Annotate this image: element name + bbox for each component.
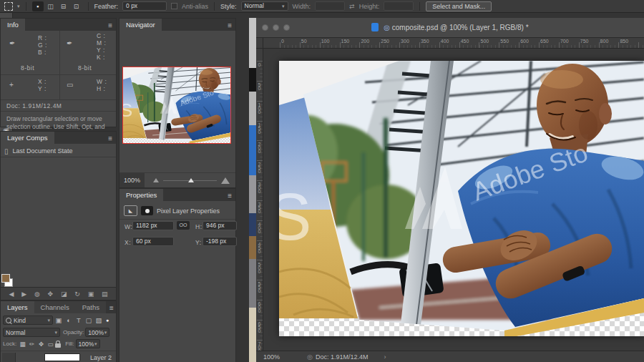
options-bar: ▾ ▪◫⊟⊡ Feather: 0 px Anti-alias Style: N… [0, 0, 644, 13]
subtract-from-selection[interactable]: ⊟ [58, 1, 69, 11]
lock-transparency-icon[interactable]: ▦ [18, 341, 27, 348]
list-item[interactable]: ▯ Last Document State [1, 145, 116, 157]
link-dimensions-icon[interactable]: OO [177, 221, 190, 230]
lock-artboard-icon[interactable]: ▭ [46, 341, 55, 348]
navigator-zoom-value[interactable]: 100% [119, 173, 145, 187]
lock-pixels-icon[interactable]: ✏ [27, 341, 36, 348]
x-input[interactable]: 60 px [132, 237, 174, 246]
filter-smart-objects-icon[interactable]: ▧ [94, 316, 104, 324]
tab-channels[interactable]: Channels [34, 301, 76, 313]
panel-menu-icon[interactable]: ≡ [106, 303, 117, 313]
feather-input[interactable]: 0 px [122, 1, 167, 11]
apply-visibility[interactable]: ◍ [34, 290, 40, 298]
filter-pixel-layers-icon[interactable]: ▣ [54, 316, 64, 324]
ruler-label: 550 [500, 39, 509, 44]
doc-info-icon: ◎ [307, 353, 313, 361]
info-y-label: Y : [97, 47, 105, 54]
filter-shape-layers-icon[interactable]: ▢ [84, 316, 94, 324]
fill-select[interactable]: 100%▾ [76, 339, 100, 348]
lock-all-icon[interactable] [55, 343, 61, 348]
panel-menu-icon[interactable]: ≡ [224, 20, 235, 31]
foreground-color-swatch[interactable] [1, 274, 10, 283]
update-comp[interactable]: ↻ [74, 290, 80, 298]
zoom-slider[interactable] [163, 180, 217, 181]
tab-info[interactable]: Info [1, 19, 25, 31]
ruler-label: 300 [401, 39, 409, 44]
ruler-label: 0 [257, 62, 262, 66]
ruler-label: 600 [257, 301, 262, 312]
layer-visibility-toggle[interactable] [2, 353, 16, 362]
style-select[interactable]: Normal▾ [241, 1, 288, 11]
panel-menu-icon[interactable]: ≡ [104, 20, 116, 31]
table-row[interactable]: Layer 2 [1, 351, 116, 362]
ruler-label: 400 [441, 39, 449, 44]
ruler-label: 200 [257, 142, 262, 152]
filter-light-toggle[interactable]: ● [106, 318, 109, 323]
layer-name[interactable]: Layer 2 [90, 354, 112, 361]
canvas-viewport[interactable] [263, 49, 644, 351]
lock-position-icon[interactable]: ✥ [36, 341, 46, 348]
status-zoom-value[interactable]: 100% [263, 353, 280, 361]
status-chevron-icon[interactable]: › [384, 353, 386, 361]
height-label: Height: [359, 3, 380, 10]
width-input[interactable] [315, 1, 345, 11]
tab-layers[interactable]: Layers [1, 301, 34, 313]
info-c-label: C : [97, 32, 105, 39]
zoom-slider-thumb[interactable] [188, 178, 194, 182]
ruler-label: 250 [257, 162, 262, 172]
zoom-out-icon[interactable] [153, 178, 159, 182]
document-statusbar: 100% ◎ Doc: 1.91M/12.4M › [256, 351, 644, 362]
document-canvas[interactable] [279, 61, 644, 336]
chevron-down-icon[interactable]: ▾ [17, 4, 20, 9]
tab-layer-comps[interactable]: Layer Comps [1, 132, 54, 144]
previous-comp[interactable]: ◀ [9, 290, 14, 298]
properties-panel: Properties ≡ ◣ Pixel Layer Properties W:… [119, 188, 236, 362]
ruler-label: 450 [461, 39, 469, 44]
color-swatches[interactable] [0, 273, 13, 290]
ruler-label: 500 [481, 39, 489, 44]
new-selection[interactable]: ▪ [32, 1, 44, 11]
cloud-doc-icon: ◎ [384, 24, 390, 31]
navigator-proxy-view[interactable] [122, 67, 231, 144]
filter-type-layers-icon[interactable]: T [74, 316, 84, 324]
opacity-select[interactable]: 100%▾ [85, 328, 109, 337]
document-file-icon [371, 23, 379, 31]
horizontal-ruler[interactable]: 0501001502002503003504004505005506006507… [263, 38, 644, 49]
intersect-selection[interactable]: ⊡ [71, 1, 82, 11]
swap-dimensions-icon[interactable]: ⇄ [349, 3, 355, 10]
height-input[interactable] [384, 1, 414, 11]
anti-alias-checkbox[interactable] [171, 3, 177, 9]
document-titlebar[interactable]: ◎ composite.psd @ 100% (Layer 1, RGB/8) … [256, 18, 644, 38]
ruler-label: 350 [257, 202, 262, 212]
ruler-label: 50 [301, 39, 307, 44]
ruler-label: 600 [520, 39, 529, 44]
marquee-preset-icon[interactable] [4, 2, 13, 11]
zoom-in-icon[interactable] [221, 177, 230, 184]
apply-appearance[interactable]: ◪ [61, 290, 67, 298]
layer-thumbnail[interactable] [44, 353, 80, 361]
vertical-ruler[interactable]: 0501001502002503003504004505005506006507… [256, 49, 263, 351]
add-to-selection[interactable]: ◫ [45, 1, 57, 11]
document-title: ◎ composite.psd @ 100% (Layer 1, RGB/8) … [256, 23, 644, 31]
select-and-mask-button[interactable]: Select and Mask... [426, 1, 492, 11]
panel-menu-icon[interactable]: ≡ [224, 190, 235, 201]
new-comp[interactable]: ▣ [88, 290, 94, 298]
tab-navigator[interactable]: Navigator [119, 19, 162, 31]
layer-filter-select[interactable]: Kind▾ [3, 315, 53, 325]
y-input[interactable]: -198 px [203, 237, 237, 246]
tab-paths[interactable]: Paths [76, 301, 106, 313]
h-input[interactable]: 946 px [203, 221, 237, 230]
delete-comp[interactable]: ▤ [102, 290, 108, 298]
ruler-label: 450 [257, 242, 262, 253]
opacity-label: Opacity: [63, 329, 84, 336]
panel-menu-icon[interactable]: ≡ [104, 133, 116, 144]
blend-mode-select[interactable]: Normal▾ [3, 328, 60, 337]
tab-properties[interactable]: Properties [119, 189, 163, 201]
apply-position[interactable]: ✥ [48, 290, 54, 298]
filter-adjustment-layers-icon[interactable]: ◐ [64, 316, 74, 324]
lock-label: Lock: [3, 341, 16, 347]
w-input[interactable]: 1182 px [132, 221, 174, 230]
next-comp[interactable]: ▶ [21, 290, 26, 298]
selection-mode-buttons: ▪◫⊟⊡ [32, 1, 82, 11]
ruler-label: 150 [341, 39, 350, 44]
